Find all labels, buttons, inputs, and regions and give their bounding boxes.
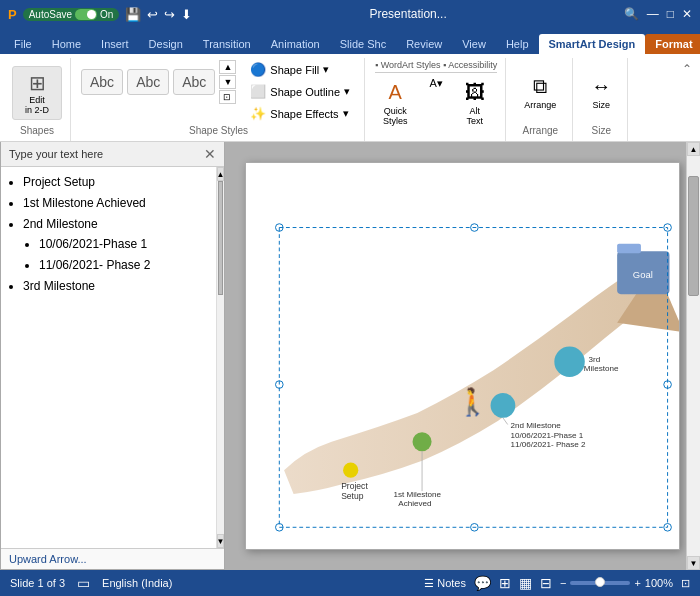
milestone-label-4b: Milestone [584,364,619,373]
autosave-badge[interactable]: AutoSave On [23,8,120,21]
wordart-header: ▪ WordArt Styles ▪ Accessibility [375,60,497,73]
autosave-toggle[interactable] [75,9,97,20]
alt-text-label: AltText [467,106,484,126]
shape-fill-dropdown-icon: ▾ [323,63,329,76]
slide-area: Goal 🚶 Project Setup 1st Milestone Achie… [225,142,700,570]
milestone-label-2b: Achieved [398,499,431,508]
tab-format[interactable]: Format [645,34,700,54]
text-fill-button[interactable]: A▾ [424,75,449,92]
minimize-btn[interactable]: — [647,7,659,21]
alt-text-button[interactable]: 🖼 AltText [457,75,493,132]
text-panel-close-button[interactable]: ✕ [204,146,216,162]
text-panel-content[interactable]: Project Setup 1st Milestone Achieved 2nd… [1,167,216,548]
milestone-dot-1 [343,463,358,478]
save-icon[interactable]: 💾 [125,7,141,22]
tab-review[interactable]: Review [396,34,452,54]
text-panel-footer[interactable]: Upward Arrow... [1,548,224,569]
milestone-label-3b: 10/06/2021-Phase 1 [511,431,584,440]
view-slide-icon[interactable]: ▦ [519,575,532,591]
scrollbar-track[interactable] [687,156,700,556]
shape-styles-section: Abc Abc Abc ▲ ▼ ⊡ 🔵 Shape Fill ▾ ⬜ Shape… [73,58,365,141]
tab-slide-shc[interactable]: Slide Shc [330,34,396,54]
slide-panel-icon[interactable]: ▭ [77,575,90,591]
status-bar-left: Slide 1 of 3 ▭ English (India) [10,575,172,591]
shape-styles-controls: Abc Abc Abc ▲ ▼ ⊡ 🔵 Shape Fill ▾ ⬜ Shape… [81,60,356,125]
style-boxes-group: Abc Abc Abc ▲ ▼ ⊡ [81,60,236,104]
shape-fill-label: Shape Fill [270,64,319,76]
collapse-icon: ⌃ [682,62,692,76]
search-icon[interactable]: 🔍 [624,7,639,21]
size-section-label: Size [592,125,611,139]
shape-style-box-1[interactable]: Abc [81,69,123,95]
scrollbar-down-btn[interactable]: ▼ [217,534,224,548]
shape-style-box-3[interactable]: Abc [173,69,215,95]
text-panel-header: Type your text here ✕ [1,142,224,167]
scrollbar-up[interactable]: ▲ [687,142,700,156]
edit-2d-label: Editin 2-D [25,95,49,115]
zoom-bar: − + 100% [560,577,673,589]
shape-effects-button[interactable]: ✨ Shape Effects ▾ [244,104,356,123]
slide-canvas[interactable]: Goal 🚶 Project Setup 1st Milestone Achie… [245,162,680,550]
arrange-button[interactable]: ⧉ Arrange [516,69,564,116]
ribbon-collapse[interactable]: ⌃ [678,58,696,141]
tab-view[interactable]: View [452,34,496,54]
tab-file[interactable]: File [4,34,42,54]
text-panel-title: Type your text here [9,148,103,160]
shape-fill-icon: 🔵 [250,62,266,77]
close-btn[interactable]: ✕ [682,7,692,21]
quick-styles-button[interactable]: A QuickStyles [375,75,416,132]
app-logo: P [8,7,17,22]
edit-in-2d-button[interactable]: ⊞ Editin 2-D [12,66,62,120]
scrollbar-thumb[interactable] [218,181,223,295]
shape-style-box-2[interactable]: Abc [127,69,169,95]
milestone-label-3a: 2nd Milestone [511,421,562,430]
milestone-label-1: Project [341,481,368,491]
view-reading-icon[interactable]: ⊟ [540,575,552,591]
upward-arrow-link[interactable]: Upward Arrow... [9,553,87,565]
milestone-label-3c: 11/06/2021- Phase 2 [511,440,587,449]
maximize-btn[interactable]: □ [667,7,674,21]
view-normal-icon[interactable]: ⊞ [499,575,511,591]
more-icon[interactable]: ⬇ [181,7,192,22]
tab-design[interactable]: Design [139,34,193,54]
tab-help[interactable]: Help [496,34,539,54]
size-button[interactable]: ↔ Size [583,69,619,116]
style-more[interactable]: ⊡ [219,90,236,104]
scrollbar-thumb[interactable] [688,176,699,296]
undo-icon[interactable]: ↩ [147,7,158,22]
shape-outline-button[interactable]: ⬜ Shape Outline ▾ [244,82,356,101]
wordart-controls: ▪ WordArt Styles ▪ Accessibility A Quick… [375,60,497,136]
tab-smartart[interactable]: SmartArt Design [539,34,646,54]
zoom-slider[interactable] [570,581,630,585]
tab-home[interactable]: Home [42,34,91,54]
shape-fill-button[interactable]: 🔵 Shape Fill ▾ [244,60,356,79]
notes-button[interactable]: ☰ Notes [424,577,466,590]
redo-icon[interactable]: ↪ [164,7,175,22]
arrange-section: ⧉ Arrange Arrange [508,58,573,141]
scrollbar-down[interactable]: ▼ [687,556,700,570]
style-scroll-down[interactable]: ▼ [219,75,236,89]
text-panel-scrollbar[interactable]: ▲ ▼ [216,167,224,548]
tab-animation[interactable]: Animation [261,34,330,54]
style-scroll-up[interactable]: ▲ [219,60,236,74]
text-format-buttons: A▾ [424,75,449,132]
list-item-2: 1st Milestone Achieved [23,194,210,213]
fit-screen-icon[interactable]: ⊡ [681,577,690,590]
shapes-controls: ⊞ Editin 2-D [12,60,62,125]
list-item-1: Project Setup [23,173,210,192]
tab-transition[interactable]: Transition [193,34,261,54]
zoom-slider-thumb[interactable] [595,577,605,587]
shapes-section: ⊞ Editin 2-D Shapes [4,58,71,141]
quick-styles-icon: A [389,81,402,104]
size-label: Size [593,100,611,110]
arrow-body [284,261,655,494]
alt-text-icon: 🖼 [465,81,485,104]
scrollbar-up-btn[interactable]: ▲ [217,167,224,181]
goal-label: Goal [633,269,653,280]
comments-icon[interactable]: 💬 [474,575,491,591]
tab-insert[interactable]: Insert [91,34,139,54]
zoom-in-icon[interactable]: + [634,577,640,589]
main-area: Type your text here ✕ Project Setup 1st … [0,142,700,570]
vertical-scrollbar[interactable]: ▲ ▼ [686,142,700,570]
zoom-out-icon[interactable]: − [560,577,566,589]
